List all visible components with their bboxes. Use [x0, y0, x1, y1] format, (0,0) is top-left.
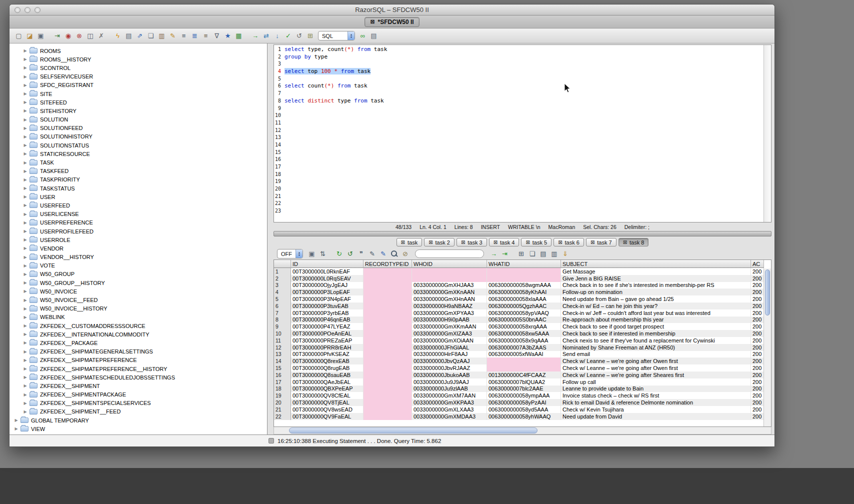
save-results-icon[interactable]: ▣ [306, 249, 317, 259]
disclosure-triangle-icon[interactable]: ▶ [22, 212, 28, 216]
disclosure-triangle-icon[interactable]: ▶ [22, 324, 28, 328]
refresh-icon[interactable]: ↻ [334, 249, 344, 259]
cell[interactable] [364, 296, 412, 302]
cell[interactable]: 0063000000058yKhAAI [487, 288, 561, 296]
row-number[interactable]: 3 [274, 282, 291, 289]
insert-row-icon[interactable]: ✎ [378, 249, 388, 259]
cell[interactable]: Need update from David [561, 413, 751, 420]
cell[interactable]: 00T3000000PfvKSEAZ [291, 351, 364, 358]
cell[interactable]: 200 [751, 364, 764, 372]
cell[interactable]: 0063000000058xw5AAA [487, 330, 561, 337]
cell[interactable]: 0033000000GmXHJAA3 [412, 282, 487, 289]
cell[interactable]: 0063000000058yhWAAQ [487, 413, 561, 420]
cell[interactable]: 200 [751, 282, 764, 289]
clear-icon[interactable]: ⊘ [400, 249, 410, 259]
code-line[interactable] [284, 142, 764, 149]
filter-icon[interactable]: ∇ [212, 31, 222, 41]
code-line[interactable] [284, 90, 764, 98]
disclosure-triangle-icon[interactable]: ▶ [22, 100, 28, 104]
rollback-icon[interactable]: ↺ [294, 31, 304, 41]
column-header[interactable]: RECORDTYPEID [364, 260, 412, 268]
cell[interactable]: 0033000000GmXKnAAN [412, 288, 487, 296]
cell[interactable]: Check w/ Leanne – we're going after Shea… [561, 372, 751, 378]
code-line[interactable] [284, 186, 764, 193]
result-tab[interactable]: ⊠task 6 [554, 238, 584, 246]
save-icon[interactable]: ▣ [36, 31, 46, 41]
cell[interactable] [487, 268, 561, 275]
cell[interactable] [487, 275, 561, 282]
export-icon[interactable]: ⇗ [134, 31, 145, 41]
cell[interactable]: 0063000000058ypVAAQ [487, 310, 561, 316]
execute-icon[interactable]: ϟ [112, 31, 123, 41]
disclosure-triangle-icon[interactable]: ▶ [22, 220, 28, 225]
cell[interactable]: 0033000000GmXKmAAN [412, 323, 487, 330]
disclosure-triangle-icon[interactable]: ▶ [22, 143, 28, 148]
cell[interactable]: 0033000000GmXLXAA3 [412, 406, 487, 413]
close-tab-icon[interactable]: ⊠ [558, 240, 562, 245]
disclosure-triangle-icon[interactable]: ▶ [22, 246, 28, 250]
cell[interactable]: Give Jenn a BIG RAISE [561, 275, 751, 282]
tree-item[interactable]: ▶ROOMS [10, 46, 267, 55]
tree-item[interactable]: ▶ZKFEDEX__SHIPMENTPACKAGE [10, 390, 267, 399]
disclosure-triangle-icon[interactable]: ▶ [22, 306, 28, 311]
disclosure-triangle-icon[interactable]: ▶ [14, 418, 19, 422]
cell[interactable]: 00T3000000PREZaEAP [291, 337, 364, 344]
disclosure-triangle-icon[interactable]: ▶ [22, 366, 28, 371]
run-icon[interactable]: → [250, 31, 260, 41]
cell[interactable] [364, 275, 412, 282]
disclosure-triangle-icon[interactable]: ▶ [22, 272, 28, 276]
result-tab[interactable]: ⊠task [396, 238, 422, 246]
cell[interactable]: Check w/ Leanne – we're going after Owen… [561, 358, 751, 364]
result-tab[interactable]: ⊠task 2 [424, 238, 454, 246]
cell[interactable]: Follow-up on nomination [561, 288, 751, 296]
cell[interactable]: 00630000005QgzhAAC [487, 302, 561, 310]
disclosure-triangle-icon[interactable]: ▶ [22, 160, 28, 165]
close-tab-icon[interactable]: ⊠ [590, 240, 594, 245]
tree-item[interactable]: ▶WEBLINK [10, 313, 267, 322]
row-number[interactable]: 11 [274, 337, 291, 344]
download-icon[interactable]: ⇓ [560, 249, 570, 259]
cell[interactable]: 200 [751, 386, 764, 392]
delete-icon[interactable]: ✗ [96, 31, 106, 41]
tree-item[interactable]: ▶USERLICENSE [10, 210, 267, 218]
cell[interactable]: 00T3000000Q8rexEAB [291, 358, 364, 364]
tree-item[interactable]: ▶TASK [10, 158, 267, 166]
cell[interactable]: 0033000000H9aNBAAZ [412, 302, 487, 310]
row-number[interactable]: 12 [274, 344, 291, 351]
row-number[interactable]: 9 [274, 323, 291, 330]
tree-item[interactable]: ▶SOLUTION [10, 116, 267, 124]
cell[interactable]: 00T3000000QV9FaEAL [291, 413, 364, 420]
tree-item[interactable]: ▶VIEW [10, 424, 267, 433]
cell[interactable] [364, 358, 412, 364]
result-tab[interactable]: ⊠task 8 [618, 238, 649, 246]
tree-item[interactable]: ▶VOTE [10, 262, 267, 270]
cell[interactable]: 0033000000GmXPYAA3 [412, 310, 487, 316]
cell[interactable] [364, 288, 412, 296]
cell[interactable]: 0063000000058yd5AAA [487, 406, 561, 413]
grid-options-icon[interactable]: ▥ [549, 249, 560, 259]
row-number[interactable]: 7 [274, 310, 291, 316]
cell[interactable] [364, 399, 412, 406]
reconnect-icon[interactable]: ◉ [63, 31, 74, 41]
close-tab-icon[interactable]: ⊠ [401, 240, 405, 245]
cell[interactable]: 200 [751, 316, 764, 324]
result-tab[interactable]: ⊠task 3 [456, 238, 487, 246]
cell[interactable]: 0033000000GmXOiAAN [412, 337, 487, 344]
cell[interactable] [487, 358, 561, 364]
copy-results-icon[interactable]: ❏ [527, 249, 538, 259]
code-line[interactable]: select count(*) from task [284, 82, 764, 90]
close-tab-icon[interactable]: ⊠ [494, 240, 498, 245]
disclosure-triangle-icon[interactable]: ▶ [22, 92, 28, 96]
cell[interactable]: 00630000007A3bZAAS [487, 344, 561, 351]
sql-editor[interactable]: 1234567891011121314151617181920212223 se… [274, 44, 772, 222]
row-number[interactable]: 16 [274, 372, 291, 378]
cell[interactable] [364, 310, 412, 316]
tree-item[interactable]: ▶USERFEED [10, 201, 267, 210]
cell[interactable]: 0063000000058yPzAAI [487, 399, 561, 406]
row-number[interactable]: 4 [274, 288, 291, 296]
cell[interactable]: 00T3000000POeAnEAL [291, 330, 364, 337]
cell[interactable]: 00T3000000P3LopEAF [291, 288, 364, 296]
window-titlebar[interactable]: RazorSQL – SFDCW50 II [10, 4, 774, 16]
cell[interactable]: Nominated by Shane Freeman at ANZ (HR50) [561, 344, 751, 351]
cell[interactable]: 0063000000058x9qAAA [487, 337, 561, 344]
